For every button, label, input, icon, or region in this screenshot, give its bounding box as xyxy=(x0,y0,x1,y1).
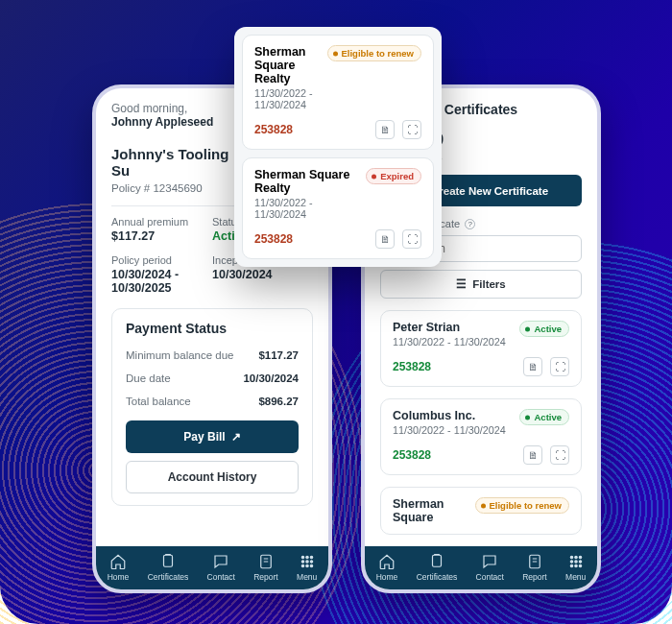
certificate-card[interactable]: Sherman SquareEligible to renew xyxy=(380,487,582,535)
certificate-icon xyxy=(159,553,177,570)
create-label: Create New Certificate xyxy=(431,185,548,197)
expand-icon[interactable]: ⛶ xyxy=(550,357,569,376)
report-icon xyxy=(526,553,543,570)
certificate-period: 11/30/2022 - 11/30/2024 xyxy=(393,336,506,348)
policy-title: Johnny's Tooling Su xyxy=(111,146,250,179)
total-balance-label: Total balance xyxy=(126,396,191,407)
filters-button[interactable]: ☰ Filters xyxy=(380,270,582,299)
certificate-overlay: Sherman Square Realty11/30/2022 - 11/30/… xyxy=(234,27,442,267)
nav-menu[interactable]: Menu xyxy=(565,553,586,582)
payment-status-panel: Payment Status Minimum balance due$117.2… xyxy=(111,308,313,506)
total-balance-value: $896.27 xyxy=(258,396,299,407)
nav-label: Menu xyxy=(297,572,317,582)
pay-bill-label: Pay Bill xyxy=(183,430,225,444)
certificate-period: 11/30/2022 - 11/30/2024 xyxy=(254,87,320,110)
nav-label: Certificates xyxy=(148,572,189,582)
certificate-name: Sherman Square Realty xyxy=(254,45,320,85)
svg-point-13 xyxy=(570,556,572,558)
policy-period-value: 10/30/2024 - 10/30/2025 xyxy=(111,268,212,295)
document-icon[interactable]: 🗎 xyxy=(523,445,542,465)
inception-value: 10/30/2024 xyxy=(212,268,313,281)
certificate-card[interactable]: Columbus Inc.11/30/2022 - 11/30/2024Acti… xyxy=(380,398,582,475)
nav-label: Contact xyxy=(476,572,504,582)
nav-label: Report xyxy=(522,572,547,582)
nav-report[interactable]: Report xyxy=(522,553,547,582)
greeting-text: Good morning, xyxy=(111,102,187,115)
expand-icon[interactable]: ⛶ xyxy=(402,229,421,249)
info-icon[interactable]: ? xyxy=(465,219,475,229)
nav-label: Menu xyxy=(565,572,586,582)
svg-point-10 xyxy=(310,564,312,566)
svg-rect-11 xyxy=(432,555,441,566)
menu-grid-icon xyxy=(299,553,316,570)
bottom-nav: Home Certificates Contact Report Menu xyxy=(365,546,597,589)
svg-point-18 xyxy=(579,561,581,563)
nav-certificates[interactable]: Certificates xyxy=(148,553,189,582)
svg-point-17 xyxy=(574,561,576,563)
svg-point-20 xyxy=(574,564,576,566)
chat-icon xyxy=(481,553,498,570)
certificate-id: 253828 xyxy=(393,360,431,373)
svg-rect-0 xyxy=(163,555,172,566)
nav-label: Home xyxy=(376,572,398,582)
certificate-id: 253828 xyxy=(254,232,293,246)
certificate-name: Sherman Square xyxy=(393,497,468,524)
svg-point-3 xyxy=(305,556,307,558)
certificate-card[interactable]: Peter Strian11/30/2022 - 11/30/2024Activ… xyxy=(380,310,582,387)
min-due-value: $117.27 xyxy=(258,349,299,361)
certificate-id: 253828 xyxy=(393,448,431,462)
nav-contact[interactable]: Contact xyxy=(207,553,235,582)
nav-menu[interactable]: Menu xyxy=(297,553,317,582)
bottom-nav: Home Certificates Contact Report Menu xyxy=(96,546,328,589)
certificate-period: 11/30/2022 - 11/30/2024 xyxy=(254,197,358,220)
chat-icon xyxy=(212,553,229,570)
svg-point-21 xyxy=(579,564,581,566)
menu-grid-icon xyxy=(567,553,585,570)
document-icon[interactable]: 🗎 xyxy=(375,229,395,249)
svg-point-16 xyxy=(570,561,572,563)
status-badge: Active xyxy=(519,409,569,425)
certificate-card[interactable]: Sherman Square Realty11/30/2022 - 11/30/… xyxy=(242,35,434,150)
expand-icon[interactable]: ⛶ xyxy=(402,120,421,139)
nav-label: Home xyxy=(108,572,130,582)
annual-premium-label: Annual premium xyxy=(111,216,212,228)
certificate-period: 11/30/2022 - 11/30/2024 xyxy=(393,424,506,436)
certificate-icon xyxy=(428,553,445,570)
nav-home[interactable]: Home xyxy=(376,553,398,582)
certificate-name: Peter Strian xyxy=(393,321,506,334)
svg-point-7 xyxy=(310,561,312,563)
home-icon xyxy=(109,553,127,570)
external-icon: ↗ xyxy=(231,430,241,444)
account-history-button[interactable]: Account History xyxy=(126,461,299,493)
document-icon[interactable]: 🗎 xyxy=(375,120,395,139)
svg-point-14 xyxy=(574,556,576,558)
nav-certificates[interactable]: Certificates xyxy=(417,553,458,582)
document-icon[interactable]: 🗎 xyxy=(523,357,542,376)
report-icon xyxy=(257,553,275,570)
nav-label: Certificates xyxy=(417,572,458,582)
filters-label: Filters xyxy=(472,278,506,290)
svg-point-9 xyxy=(305,564,307,566)
svg-point-8 xyxy=(301,564,303,566)
svg-point-15 xyxy=(579,556,581,558)
policy-period-label: Policy period xyxy=(111,254,212,266)
min-due-label: Minimum balance due xyxy=(126,349,234,361)
expand-icon[interactable]: ⛶ xyxy=(550,445,569,465)
certificate-card[interactable]: Sherman Square Realty11/30/2022 - 11/30/… xyxy=(242,157,434,259)
nav-label: Report xyxy=(253,572,278,582)
certificate-id: 253828 xyxy=(254,123,293,136)
nav-home[interactable]: Home xyxy=(108,553,130,582)
certificate-name: Sherman Square Realty xyxy=(254,168,358,195)
home-icon xyxy=(378,553,396,570)
status-badge: Eligible to renew xyxy=(475,497,570,514)
account-history-label: Account History xyxy=(168,470,257,484)
pay-bill-button[interactable]: Pay Bill ↗ xyxy=(126,420,299,453)
svg-point-5 xyxy=(301,561,303,563)
svg-point-6 xyxy=(305,561,307,563)
nav-report[interactable]: Report xyxy=(253,553,278,582)
status-badge: Active xyxy=(519,321,569,337)
nav-label: Contact xyxy=(207,572,235,582)
payment-status-title: Payment Status xyxy=(126,321,299,336)
nav-contact[interactable]: Contact xyxy=(476,553,504,582)
status-badge: Expired xyxy=(366,168,421,184)
